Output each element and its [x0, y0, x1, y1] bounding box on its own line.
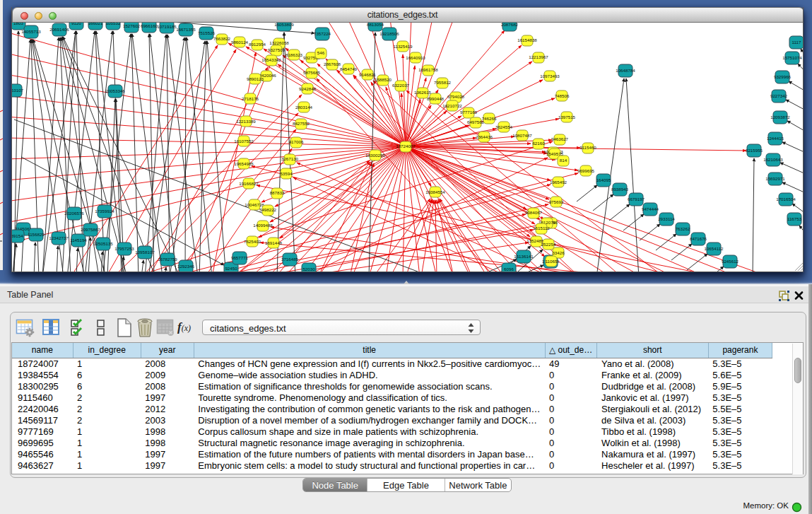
svg-text:1803: 1803	[13, 23, 23, 25]
svg-text:2364436: 2364436	[476, 134, 493, 139]
svg-text:12213967: 12213967	[529, 54, 548, 59]
svg-text:975692: 975692	[549, 199, 564, 204]
svg-text:3716485: 3716485	[281, 257, 299, 262]
svg-text:62160: 62160	[532, 141, 545, 146]
svg-text:16640910: 16640910	[406, 55, 425, 60]
svg-text:8912954: 8912954	[249, 42, 266, 47]
svg-text:15751074: 15751074	[782, 55, 802, 60]
svg-text:1527602: 1527602	[123, 23, 141, 28]
svg-text:105532: 105532	[106, 23, 121, 25]
svg-text:166021: 166021	[88, 23, 103, 25]
svg-text:17957253: 17957253	[114, 246, 134, 251]
svg-text:9329966: 9329966	[774, 74, 792, 79]
svg-text:1145194: 1145194	[70, 238, 87, 243]
svg-text:2803144: 2803144	[295, 105, 313, 110]
svg-text:19384554: 19384554	[425, 189, 445, 194]
svg-text:10654112: 10654112	[704, 246, 724, 251]
svg-text:164095: 164095	[596, 177, 611, 182]
svg-text:9120: 9120	[71, 23, 81, 25]
svg-text:252254: 252254	[541, 242, 556, 247]
svg-text:7357224: 7357224	[314, 31, 331, 36]
svg-text:7625402: 7625402	[244, 239, 261, 244]
svg-text:1615112: 1615112	[533, 226, 550, 230]
svg-text:10046728: 10046728	[245, 202, 264, 207]
svg-text:1156829: 1156829	[28, 232, 45, 237]
svg-text:9115460: 9115460	[579, 145, 596, 150]
svg-text:7515526: 7515526	[198, 30, 216, 35]
svg-text:20206576: 20206576	[64, 211, 84, 216]
svg-text:1965492: 1965492	[550, 180, 567, 185]
svg-text:763262: 763262	[676, 226, 690, 231]
svg-text:6966160: 6966160	[141, 23, 158, 28]
svg-text:9890123: 9890123	[247, 76, 264, 81]
svg-text:546: 546	[317, 50, 325, 55]
svg-text:12213389: 12213389	[236, 119, 256, 124]
svg-text:116753: 116753	[787, 216, 802, 221]
svg-text:9699695: 9699695	[577, 168, 595, 173]
svg-text:7955812: 7955812	[434, 80, 452, 85]
svg-text:33426: 33426	[552, 250, 565, 255]
svg-text:16543342: 16543342	[261, 57, 281, 62]
svg-text:12342737: 12342737	[49, 235, 69, 240]
svg-text:8427552: 8427552	[293, 121, 310, 126]
svg-text:1292346: 1292346	[177, 264, 195, 269]
svg-text:9657771: 9657771	[231, 255, 249, 260]
svg-text:20691406: 20691406	[49, 27, 69, 32]
svg-text:814: 814	[560, 158, 567, 163]
svg-text:2867608: 2867608	[324, 62, 341, 66]
svg-text:887833: 887833	[270, 190, 285, 195]
svg-text:746266: 746266	[482, 116, 497, 121]
svg-text:9245612: 9245612	[722, 259, 739, 264]
svg-text:10807487: 10807487	[512, 133, 532, 138]
svg-text:3267130: 3267130	[281, 156, 299, 161]
svg-text:20975867: 20975867	[81, 227, 100, 232]
svg-text:10648784: 10648784	[616, 68, 635, 73]
svg-text:9084067: 9084067	[525, 210, 543, 215]
svg-text:8813054: 8813054	[367, 23, 384, 27]
svg-text:9146821: 9146821	[359, 72, 377, 77]
svg-text:1117: 1117	[792, 40, 801, 45]
svg-text:8990448: 8990448	[427, 96, 445, 101]
svg-text:1691448: 1691448	[265, 240, 283, 245]
svg-text:748506: 748506	[555, 93, 570, 98]
svg-text:52030: 52030	[302, 267, 315, 271]
svg-text:6322037: 6322037	[392, 83, 410, 88]
svg-text:16961758: 16961758	[418, 67, 438, 72]
svg-text:6096: 6096	[504, 267, 514, 271]
svg-text:9242848: 9242848	[299, 86, 317, 91]
svg-text:53594: 53594	[280, 171, 293, 176]
svg-text:5498222: 5498222	[259, 207, 277, 212]
svg-text:17359924: 17359924	[95, 209, 114, 214]
svg-text:417006: 417006	[289, 139, 304, 144]
svg-text:1588520: 1588520	[375, 77, 392, 82]
svg-text:7663822: 7663822	[213, 36, 231, 41]
svg-text:16107552: 16107552	[234, 139, 254, 144]
svg-text:10719185: 10719185	[157, 24, 177, 29]
svg-text:2053107: 2053107	[12, 88, 24, 93]
svg-text:16210722: 16210722	[442, 103, 462, 108]
svg-text:19218506: 19218506	[379, 31, 399, 36]
svg-text:1244415: 1244415	[767, 136, 784, 141]
svg-text:20053346: 20053346	[105, 88, 125, 93]
svg-text:8471676: 8471676	[690, 236, 707, 241]
svg-text:16782759: 16782759	[158, 257, 177, 262]
svg-text:16671355: 16671355	[176, 27, 196, 32]
svg-text:2933114: 2933114	[658, 216, 675, 221]
svg-text:18300295: 18300295	[365, 153, 385, 158]
svg-text:18724007: 18724007	[396, 144, 416, 148]
svg-text:15136141: 15136141	[514, 254, 534, 259]
svg-text:1397515: 1397515	[558, 115, 576, 119]
svg-text:5875685: 5875685	[303, 70, 321, 75]
svg-text:9777169: 9777169	[460, 110, 478, 115]
svg-text:16210643: 16210643	[763, 157, 783, 162]
svg-text:13226058: 13226058	[269, 40, 289, 45]
svg-text:16154838: 16154838	[517, 37, 537, 42]
svg-text:6679197: 6679197	[628, 197, 645, 201]
svg-text:8938943: 8938943	[611, 187, 629, 192]
svg-text:10958107: 10958107	[135, 250, 155, 255]
svg-text:9860124: 9860124	[231, 40, 249, 45]
svg-text:16053809: 16053809	[274, 23, 294, 27]
svg-text:9474444: 9474444	[642, 206, 659, 211]
svg-text:17016504: 17016504	[776, 197, 796, 201]
svg-text:19654985: 19654985	[234, 161, 254, 166]
